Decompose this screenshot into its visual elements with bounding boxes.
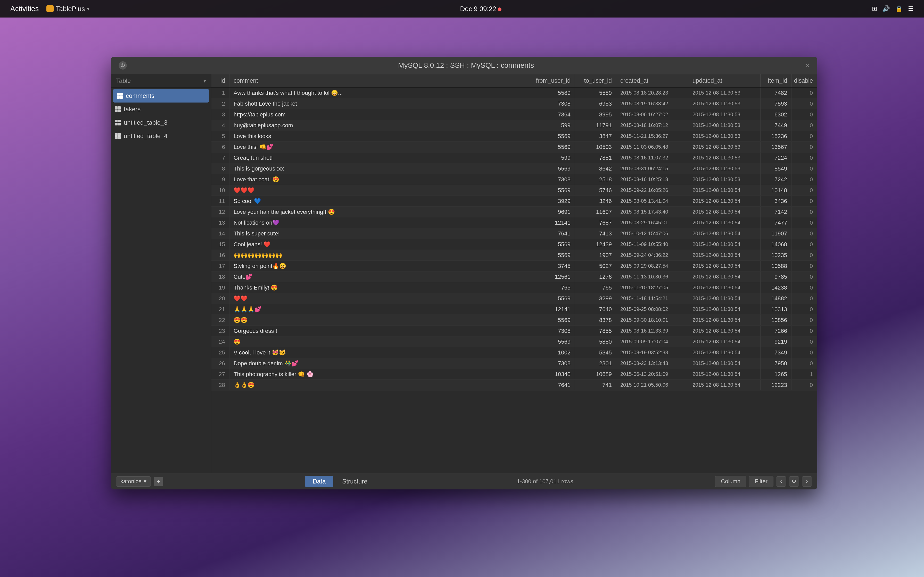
- cell-item-id: 14882: [761, 293, 792, 304]
- cell-comment: Cool jeans! ❤️: [229, 239, 531, 250]
- tab-structure[interactable]: Structure: [334, 476, 375, 487]
- sidebar-item-untitled4[interactable]: untitled_table_4: [111, 129, 211, 143]
- cell-comment: https://tableplus.com: [229, 109, 531, 120]
- sidebar-item-untitled3[interactable]: untitled_table_3: [111, 116, 211, 129]
- settings-button[interactable]: ⚙: [789, 476, 799, 487]
- col-header-id[interactable]: id: [212, 74, 229, 87]
- cell-id: 22: [212, 315, 229, 326]
- col-header-updated-at[interactable]: updated_at: [688, 74, 761, 87]
- table-row[interactable]: 2 Fab shot! Love the jacket 7308 6953 20…: [212, 98, 817, 109]
- cell-item-id: 10313: [761, 304, 792, 314]
- table-row[interactable]: 8 This is gorgeous :xx 5569 8642 2015-08…: [212, 163, 817, 174]
- cell-comment: ❤️❤️❤️: [229, 185, 531, 195]
- col-header-to-user-id[interactable]: to_user_id: [575, 74, 616, 87]
- cell-created-at: 2015-09-29 08:27:54: [616, 261, 688, 271]
- table-row[interactable]: 9 Love that coat! 😍 7308 2518 2015-08-16…: [212, 174, 817, 185]
- tableplus-app[interactable]: TablePlus ▾: [47, 5, 89, 13]
- col-header-from-user-id[interactable]: from_user_id: [531, 74, 575, 87]
- cell-from-user: 5589: [531, 88, 575, 98]
- table-body: 1 Aww thanks that's what I thought to lo…: [212, 88, 817, 473]
- table-row[interactable]: 16 🙌🙌🙌🙌🙌🙌🙌 5569 1907 2015-09-24 04:36:22…: [212, 250, 817, 261]
- cell-disable: 0: [792, 239, 817, 250]
- cell-disable: 0: [792, 261, 817, 271]
- power-button[interactable]: ⏻: [119, 61, 127, 69]
- cell-from-user: 7364: [531, 109, 575, 120]
- cell-item-id: 7142: [761, 206, 792, 217]
- table-row[interactable]: 27 This photography is killer 👊 🌸 10340 …: [212, 369, 817, 380]
- system-bar: Activities TablePlus ▾ Dec 9 09:22 ⊞ 🔊 🔒…: [0, 0, 924, 18]
- sidebar-item-label: fakers: [124, 106, 141, 113]
- cell-disable: 0: [792, 337, 817, 347]
- col-header-created-at[interactable]: created_at: [616, 74, 688, 87]
- cell-updated-at: 2015-12-08 11:30:54: [688, 228, 761, 239]
- next-button[interactable]: ›: [802, 476, 812, 487]
- cell-comment: Dope double denim 👬💕: [229, 358, 531, 369]
- battery-icon: 🔒: [895, 5, 903, 12]
- cell-from-user: 5569: [531, 250, 575, 260]
- table-row[interactable]: 22 😍😍 5569 8378 2015-09-30 18:10:01 2015…: [212, 315, 817, 326]
- table-row[interactable]: 25 V cool, i love it 😻😼 1002 5345 2015-0…: [212, 347, 817, 358]
- table-row[interactable]: 13 Notifications on💜 12141 7687 2015-08-…: [212, 218, 817, 228]
- cell-created-at: 2015-11-21 15:36:27: [616, 131, 688, 142]
- table-row[interactable]: 12 Love your hair the jacket everything!…: [212, 206, 817, 218]
- sidebar-item-fakers[interactable]: fakers: [111, 103, 211, 116]
- cell-updated-at: 2015-12-08 11:30:53: [688, 174, 761, 185]
- column-button[interactable]: Column: [715, 476, 746, 487]
- table-row[interactable]: 23 Gorgeous dress ! 7308 7855 2015-08-16…: [212, 326, 817, 337]
- cell-updated-at: 2015-12-08 11:30:54: [688, 196, 761, 206]
- table-row[interactable]: 4 huy@tableplusapp.com 599 11791 2015-08…: [212, 120, 817, 131]
- tab-data[interactable]: Data: [305, 476, 334, 487]
- col-header-item-id[interactable]: item_id: [761, 74, 792, 87]
- cell-disable: 0: [792, 109, 817, 120]
- cell-to-user: 3246: [575, 196, 616, 206]
- cell-comment: Thanks Emily! 😍: [229, 282, 531, 293]
- cell-from-user: 3745: [531, 261, 575, 271]
- cell-id: 2: [212, 98, 229, 109]
- db-selector[interactable]: katonice ▾: [116, 476, 151, 487]
- filter-button[interactable]: Filter: [749, 476, 774, 487]
- add-button[interactable]: +: [154, 477, 163, 486]
- table-row[interactable]: 28 👌👌😍 7641 741 2015-10-21 05:50:06 2015…: [212, 380, 817, 390]
- cell-disable: 0: [792, 163, 817, 174]
- cell-from-user: 12141: [531, 218, 575, 228]
- sidebar-item-comments[interactable]: comments: [113, 89, 209, 103]
- col-header-comment[interactable]: comment: [229, 74, 531, 87]
- table-row[interactable]: 24 😍 5569 5880 2015-09-09 17:07:04 2015-…: [212, 337, 817, 347]
- table-row[interactable]: 11 So cool 💙 3929 3246 2015-08-05 13:41:…: [212, 196, 817, 206]
- table-row[interactable]: 19 Thanks Emily! 😍 765 765 2015-11-10 18…: [212, 282, 817, 293]
- table-grid-icon: [115, 133, 121, 139]
- cell-updated-at: 2015-12-08 11:30:53: [688, 153, 761, 163]
- table-row[interactable]: 10 ❤️❤️❤️ 5569 5746 2015-09-22 16:05:26 …: [212, 185, 817, 196]
- table-row[interactable]: 6 Love this! 👊💕 5569 10503 2015-11-03 06…: [212, 142, 817, 153]
- table-row[interactable]: 21 🙏🙏🙏💕 12141 7640 2015-09-25 08:08:02 2…: [212, 304, 817, 315]
- table-row[interactable]: 20 ❤️❤️ 5569 3299 2015-11-18 11:54:21 20…: [212, 293, 817, 304]
- table-row[interactable]: 3 https://tableplus.com 7364 8995 2015-0…: [212, 109, 817, 120]
- cell-created-at: 2015-09-09 17:07:04: [616, 337, 688, 347]
- table-row[interactable]: 18 Cute💕 12561 1276 2015-11-13 10:30:36 …: [212, 271, 817, 282]
- chevron-down-icon[interactable]: ▾: [204, 78, 206, 84]
- table-row[interactable]: 1 Aww thanks that's what I thought to lo…: [212, 88, 817, 98]
- cell-id: 20: [212, 293, 229, 304]
- cell-disable: 0: [792, 185, 817, 195]
- cell-updated-at: 2015-12-08 11:30:54: [688, 337, 761, 347]
- table-row[interactable]: 5 Love this looks 5569 3847 2015-11-21 1…: [212, 131, 817, 142]
- close-button[interactable]: ×: [805, 61, 809, 69]
- cell-updated-at: 2015-12-08 11:30:53: [688, 98, 761, 109]
- table-row[interactable]: 17 Styling on point🔥😄 3745 5027 2015-09-…: [212, 261, 817, 271]
- table-row[interactable]: 26 Dope double denim 👬💕 7308 2301 2015-0…: [212, 358, 817, 369]
- table-row[interactable]: 14 This is super cute! 7641 7413 2015-10…: [212, 228, 817, 239]
- cell-to-user: 10689: [575, 369, 616, 379]
- cell-to-user: 8378: [575, 315, 616, 326]
- table-row[interactable]: 7 Great, fun shot! 599 7851 2015-08-16 1…: [212, 153, 817, 163]
- prev-button[interactable]: ‹: [776, 476, 786, 487]
- cell-item-id: 1265: [761, 369, 792, 379]
- activities-label[interactable]: Activities: [10, 5, 39, 13]
- table-row[interactable]: 15 Cool jeans! ❤️ 5569 12439 2015-11-09 …: [212, 239, 817, 250]
- cell-comment: This is gorgeous :xx: [229, 163, 531, 174]
- cell-disable: 0: [792, 304, 817, 314]
- cell-from-user: 5569: [531, 293, 575, 304]
- cell-from-user: 5569: [531, 163, 575, 174]
- col-header-disable[interactable]: disable: [792, 74, 817, 87]
- cell-disable: 0: [792, 98, 817, 109]
- cell-to-user: 7855: [575, 326, 616, 336]
